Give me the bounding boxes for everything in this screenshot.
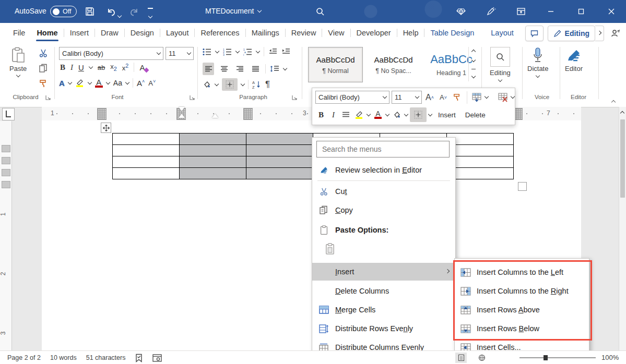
mini-highlight-button[interactable] [353,108,365,121]
line-spacing-dropdown[interactable] [283,66,287,70]
justify-button[interactable] [250,63,261,75]
menu-item-paste-keep-source[interactable] [312,239,455,258]
mini-format-painter-button[interactable] [451,91,463,104]
menu-item-review-in-editor[interactable]: Review selection in Editor [312,162,455,178]
mini-font-size-combo[interactable]: 11 [392,91,422,104]
tab-selector[interactable] [2,108,15,120]
change-case-button[interactable]: Aa [113,79,122,87]
mini-shrink-font-button[interactable]: A˅ [438,91,449,104]
underline-dropdown[interactable] [89,64,93,68]
menu-item-insert[interactable]: Insert [312,263,455,281]
macro-record-button[interactable] [152,354,162,362]
menu-search-input[interactable]: Search the menus [316,141,450,157]
highlight-color-button[interactable] [75,79,85,87]
change-case-dropdown[interactable] [125,80,129,84]
vertical-scrollbar[interactable] [619,107,626,350]
cut-button[interactable] [38,47,49,59]
tab-developer[interactable]: Developer [351,24,397,42]
table-cell-selected[interactable] [180,145,246,156]
scrollbar-thumb[interactable] [620,119,625,198]
tab-insert[interactable]: Insert [64,24,95,42]
mini-insert-dropdown[interactable] [485,94,489,99]
mini-shading-dropdown[interactable] [404,112,408,116]
word-count[interactable]: 10 words [50,354,77,361]
clear-formatting-button[interactable]: A [139,63,145,72]
redo-button-disabled[interactable] [126,4,142,19]
comments-button[interactable] [525,26,544,41]
undo-button[interactable] [103,4,119,19]
numbering-button[interactable]: 123 [223,48,232,56]
editing-mode-expand[interactable] [595,26,604,41]
right-indent-marker[interactable] [212,114,218,118]
text-effects-button[interactable]: A [59,79,65,88]
italic-button[interactable]: I [70,63,73,72]
proofing-status-button[interactable] [135,354,143,362]
page-indicator[interactable]: Page 2 of 2 [7,354,41,361]
menu-item-distribute-rows[interactable]: Distribute Rows Evenly [312,320,455,337]
font-color-dropdown[interactable] [106,80,110,84]
tab-references[interactable]: References [195,24,245,42]
tab-home[interactable]: Home [31,24,63,42]
vertical-ruler[interactable]: 1 2 3 [0,121,12,350]
multilevel-dropdown[interactable] [256,48,260,53]
mini-delete-dropdown[interactable] [511,94,515,99]
table-column-marker[interactable] [97,108,107,120]
first-line-indent-marker[interactable] [179,107,185,111]
minimize-button[interactable] [543,4,559,19]
copy-button[interactable] [38,62,49,75]
editing-group-button[interactable]: Editing [490,47,511,81]
mini-font-color-button[interactable]: A [372,108,384,121]
decrease-indent-button[interactable] [268,48,277,55]
bold-button[interactable]: B [60,63,65,72]
show-formatting-button[interactable]: ¶ [265,79,270,90]
autosave-toggle[interactable]: Off [50,6,77,17]
submenu-item-insert-rows-below[interactable]: Insert Rows Below [455,319,589,338]
table-resize-handle[interactable] [518,182,527,191]
mini-delete-table-button[interactable] [498,91,509,104]
table-cell-selected[interactable] [246,156,313,168]
maximize-button[interactable] [573,4,589,19]
search-button[interactable] [312,4,328,19]
table-cell-selected[interactable] [180,156,246,168]
align-right-button[interactable] [234,63,245,75]
styles-scroll-down[interactable] [471,58,475,62]
premium-button[interactable] [453,4,469,19]
underline-button[interactable]: U [78,63,84,72]
tab-review[interactable]: Review [286,24,322,42]
subscript-button[interactable]: x2 [110,63,117,72]
bullets-dropdown[interactable] [215,48,219,53]
line-spacing-button[interactable] [270,65,279,72]
table-cell[interactable] [447,168,514,179]
format-painter-button[interactable] [38,77,49,90]
superscript-button[interactable]: x2 [122,63,129,72]
table-cell-selected[interactable] [180,134,246,145]
menu-item-merge-cells[interactable]: Merge Cells [312,301,455,318]
draw-tool-button[interactable] [483,4,499,19]
mini-borders-button[interactable] [410,107,427,122]
paste-button[interactable]: Paste [9,47,27,77]
tab-layout[interactable]: Layout [160,24,195,42]
tab-draw[interactable]: Draw [95,24,124,42]
mini-insert-table-button[interactable] [471,91,483,104]
styles-scroll-up[interactable] [471,50,475,54]
mini-grow-font-button[interactable]: A˄ [424,91,435,104]
align-left-button[interactable] [203,63,214,75]
submenu-item-insert-columns-right[interactable]: Insert Columns to the Right [455,282,589,300]
styles-gallery-expand[interactable] [471,69,476,80]
table-cell[interactable] [113,156,180,168]
mini-styles-button[interactable] [340,108,351,121]
mini-font-color-dropdown[interactable] [385,112,389,116]
web-layout-view-button[interactable] [476,353,488,363]
ribbon-display-options-button[interactable] [513,4,529,19]
shading-dropdown[interactable] [215,81,219,86]
customize-quick-access-icon[interactable] [148,8,153,20]
paragraph-dialog-launcher[interactable] [291,94,299,102]
menu-item-delete-columns[interactable]: Delete Columns [312,283,455,299]
document-title[interactable]: MTEDocument [205,7,261,15]
clipboard-dialog-launcher[interactable] [45,94,52,102]
borders-dropdown[interactable] [241,81,245,86]
table-cell-selected[interactable] [180,168,246,179]
table-cell[interactable] [113,168,180,179]
tab-view[interactable]: View [322,24,350,42]
zoom-level[interactable]: 100% [601,354,619,361]
